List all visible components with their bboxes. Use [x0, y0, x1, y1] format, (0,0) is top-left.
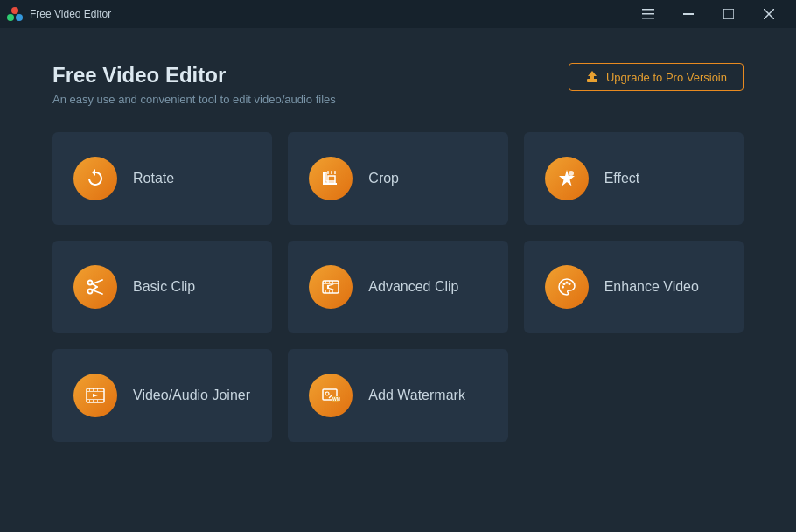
- film-icon: [85, 385, 106, 406]
- minimize-button[interactable]: [668, 0, 709, 28]
- effect-icon-circle: [545, 157, 589, 200]
- rotate-icon-circle: [73, 157, 117, 200]
- svg-rect-13: [325, 183, 337, 185]
- svg-rect-3: [642, 9, 654, 10]
- feature-card-advanced-clip[interactable]: Advanced Clip: [288, 241, 507, 333]
- page-title: Free Video Editor: [52, 63, 336, 88]
- enhance-icon: [556, 276, 577, 298]
- feature-card-effect[interactable]: Effect: [524, 132, 744, 225]
- rotate-label: Rotate: [133, 171, 174, 186]
- svg-point-18: [569, 171, 574, 176]
- svg-rect-52: [101, 400, 101, 402]
- svg-point-38: [562, 286, 564, 289]
- svg-point-0: [11, 7, 18, 14]
- page-title-block: Free Video Editor An easy use and conven…: [52, 63, 336, 106]
- feature-card-basic-clip[interactable]: Basic Clip: [52, 241, 272, 333]
- svg-rect-43: [87, 391, 104, 392]
- svg-rect-51: [97, 400, 98, 402]
- crop-icon: [320, 168, 341, 189]
- rotate-icon: [85, 168, 106, 189]
- menu-button[interactable]: [628, 0, 668, 28]
- svg-point-1: [7, 14, 14, 21]
- svg-point-2: [16, 14, 23, 21]
- svg-rect-12: [323, 172, 325, 185]
- add-watermark-label: Add Watermark: [368, 388, 465, 403]
- svg-rect-49: [89, 400, 90, 402]
- svg-rect-33: [332, 290, 333, 293]
- svg-rect-7: [723, 9, 734, 19]
- feature-card-enhance-video[interactable]: Enhance Video: [524, 241, 744, 333]
- svg-point-40: [565, 282, 568, 284]
- effect-icon: [556, 168, 577, 189]
- crop-label: Crop: [368, 171, 399, 186]
- svg-line-24: [93, 287, 98, 290]
- maximize-icon: [723, 9, 734, 19]
- video-audio-joiner-icon-circle: [73, 374, 117, 417]
- advanced-clip-label: Advanced Clip: [368, 279, 458, 295]
- svg-rect-6: [683, 13, 694, 15]
- svg-rect-50: [93, 400, 94, 402]
- video-audio-joiner-label: Video/Audio Joiner: [133, 388, 250, 403]
- feature-card-video-audio-joiner[interactable]: Video/Audio Joiner: [52, 349, 272, 442]
- add-watermark-icon-circle: WM: [309, 374, 353, 417]
- close-icon: [764, 9, 774, 19]
- enhance-video-icon-circle: [545, 265, 589, 309]
- app-title: Free Video Editor: [30, 8, 111, 20]
- basic-clip-icon-circle: [73, 265, 117, 309]
- svg-rect-47: [97, 388, 98, 391]
- svg-line-37: [330, 289, 334, 290]
- svg-marker-11: [588, 71, 597, 79]
- svg-rect-14: [327, 171, 329, 174]
- svg-rect-28: [325, 281, 326, 284]
- svg-rect-27: [323, 290, 339, 290]
- svg-rect-48: [101, 388, 101, 391]
- svg-point-57: [325, 392, 329, 396]
- scissors-icon: [85, 276, 106, 298]
- watermark-icon: WM: [320, 385, 341, 406]
- close-button[interactable]: [749, 0, 789, 28]
- title-bar-left: Free Video Editor: [7, 6, 111, 22]
- svg-rect-15: [331, 171, 332, 174]
- svg-rect-46: [93, 388, 94, 391]
- features-grid: Rotate Crop: [52, 132, 744, 442]
- feature-card-add-watermark[interactable]: WM Add Watermark: [288, 349, 507, 442]
- svg-rect-45: [89, 388, 90, 391]
- app-logo-icon: [7, 6, 23, 22]
- menu-icon: [642, 9, 654, 19]
- upgrade-button[interactable]: Upgrade to Pro Versioin: [569, 63, 744, 91]
- svg-rect-44: [87, 399, 104, 400]
- svg-rect-16: [334, 171, 336, 174]
- svg-line-36: [330, 284, 334, 285]
- minimize-icon: [683, 13, 694, 15]
- advanced-clip-icon-circle: [309, 265, 353, 309]
- effect-label: Effect: [604, 171, 640, 186]
- upgrade-icon: [585, 70, 599, 84]
- svg-rect-26: [323, 284, 339, 284]
- main-content: Free Video Editor An easy use and conven…: [0, 28, 796, 468]
- svg-point-39: [562, 283, 565, 285]
- crop-icon-circle: [309, 157, 353, 200]
- title-bar-controls: [628, 0, 789, 28]
- svg-rect-30: [332, 281, 333, 284]
- maximize-button[interactable]: [709, 0, 749, 28]
- title-bar: Free Video Editor: [0, 0, 796, 28]
- basic-clip-label: Basic Clip: [133, 279, 195, 295]
- feature-card-crop[interactable]: Crop: [288, 132, 507, 225]
- page-header: Free Video Editor An easy use and conven…: [52, 63, 744, 106]
- svg-rect-4: [642, 13, 654, 15]
- feature-card-rotate[interactable]: Rotate: [52, 132, 272, 225]
- svg-rect-5: [642, 18, 654, 19]
- svg-rect-31: [325, 290, 326, 293]
- svg-rect-32: [329, 290, 330, 293]
- advanced-clip-icon: [320, 276, 341, 298]
- svg-point-41: [568, 283, 570, 285]
- enhance-video-label: Enhance Video: [604, 279, 699, 295]
- svg-marker-53: [93, 394, 98, 397]
- svg-rect-25: [323, 281, 339, 293]
- svg-rect-29: [329, 281, 330, 284]
- svg-line-22: [93, 290, 103, 295]
- page-subtitle: An easy use and convenient tool to edit …: [52, 93, 336, 106]
- upgrade-label: Upgrade to Pro Versioin: [606, 71, 727, 84]
- svg-line-21: [93, 280, 103, 284]
- svg-rect-10: [587, 79, 597, 82]
